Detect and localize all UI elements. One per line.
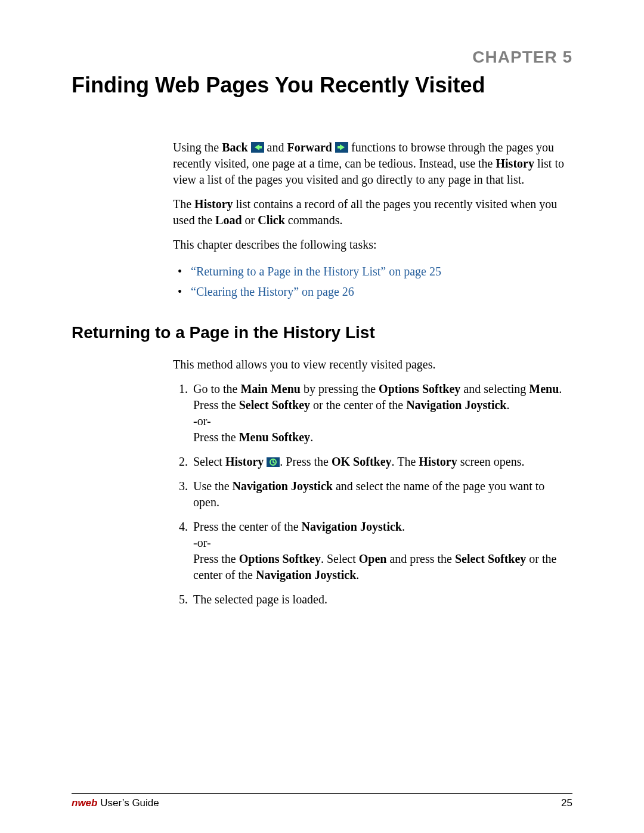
section-body: This method allows you to view recently … xyxy=(173,357,572,608)
step-3: Use the Navigation Joystick and select t… xyxy=(191,478,572,510)
list-item: “Clearing the History” on page 26 xyxy=(191,281,572,302)
steps-list: Go to the Main Menu by pressing the Opti… xyxy=(173,381,572,608)
bold: History xyxy=(419,455,457,468)
bold: Main Menu xyxy=(240,382,301,395)
footer-row: nweb User’s Guide 25 xyxy=(72,797,572,809)
bold-click: Click xyxy=(258,213,285,227)
step-1: Go to the Main Menu by pressing the Opti… xyxy=(191,381,572,445)
text: . The xyxy=(392,455,419,468)
forward-arrow-icon xyxy=(335,142,348,153)
chapter-label: CHAPTER 5 xyxy=(72,48,572,67)
text: . xyxy=(356,568,359,581)
bold-back: Back xyxy=(222,141,247,154)
text: and press the xyxy=(386,552,454,565)
bold-load: Load xyxy=(215,213,242,227)
or-text: -or- xyxy=(193,414,211,428)
step-5: The selected page is loaded. xyxy=(191,592,572,608)
intro-paragraph-3: This chapter describes the following tas… xyxy=(173,237,572,253)
text: Press the xyxy=(193,552,239,565)
footer-rule xyxy=(72,793,572,794)
text: and xyxy=(264,141,287,154)
text: Press the center of the xyxy=(193,520,302,533)
text: . Press the xyxy=(280,455,332,468)
text: Use the xyxy=(193,479,233,493)
text: . xyxy=(310,431,313,444)
history-icon xyxy=(267,457,280,467)
list-item: “Returning to a Page in the History List… xyxy=(191,261,572,281)
link-returning-to-page[interactable]: “Returning to a Page in the History List… xyxy=(191,265,441,278)
text: and selecting xyxy=(460,382,529,395)
text: screen opens. xyxy=(457,455,525,468)
bold: Options Softkey xyxy=(379,382,460,395)
bold: Select Softkey xyxy=(239,398,310,411)
text: by pressing the xyxy=(301,382,379,395)
intro-paragraph-1: Using the Back and Forward functions to … xyxy=(173,140,572,188)
bold: OK Softkey xyxy=(332,455,392,468)
bold: Menu xyxy=(529,382,559,395)
text: or the center of the xyxy=(310,398,406,411)
text: Using the xyxy=(173,141,222,154)
bold-history: History xyxy=(194,197,233,210)
footer-rest: User’s Guide xyxy=(97,797,159,809)
bold: Navigation Joystick xyxy=(302,520,402,533)
chapter-title: Finding Web Pages You Recently Visited xyxy=(72,73,572,98)
bold: History xyxy=(225,455,264,468)
text: commands. xyxy=(285,213,343,227)
task-link-list: “Returning to a Page in the History List… xyxy=(173,261,572,302)
content-area: CHAPTER 5 Finding Web Pages You Recently… xyxy=(72,48,572,616)
svg-rect-1 xyxy=(258,146,262,148)
bold-forward: Forward xyxy=(287,141,332,154)
link-clearing-history[interactable]: “Clearing the History” on page 26 xyxy=(191,285,354,298)
text: Select xyxy=(193,455,225,468)
text: . xyxy=(506,398,509,411)
svg-rect-3 xyxy=(338,146,341,148)
text: Press the xyxy=(193,431,239,444)
bold: Open xyxy=(359,552,387,565)
back-arrow-icon xyxy=(251,142,264,153)
bold: Select Softkey xyxy=(455,552,526,565)
bold-history: History xyxy=(496,157,534,170)
bold: Navigation Joystick xyxy=(233,479,333,493)
footer-title: nweb User’s Guide xyxy=(72,797,159,809)
or-text: -or- xyxy=(193,536,211,549)
bold: Menu Softkey xyxy=(239,431,310,444)
step-4: Press the center of the Navigation Joyst… xyxy=(191,519,572,583)
bold: Navigation Joystick xyxy=(406,398,506,411)
page: CHAPTER 5 Finding Web Pages You Recently… xyxy=(0,0,644,833)
intro-block: Using the Back and Forward functions to … xyxy=(173,140,572,302)
text: . Select xyxy=(321,552,359,565)
text: or xyxy=(242,213,258,227)
page-number: 25 xyxy=(561,797,572,809)
text: . xyxy=(402,520,405,533)
bold: Options Softkey xyxy=(239,552,321,565)
page-footer: nweb User’s Guide 25 xyxy=(72,793,572,809)
section-intro: This method allows you to view recently … xyxy=(173,357,572,373)
intro-paragraph-2: The History list contains a record of al… xyxy=(173,196,572,228)
text: Go to the xyxy=(193,382,240,395)
footer-brand: nweb xyxy=(72,797,97,809)
text: The xyxy=(173,197,194,210)
step-2: Select History . Press the OK Softkey. T… xyxy=(191,454,572,470)
bold: Navigation Joystick xyxy=(256,568,356,581)
section-heading: Returning to a Page in the History List xyxy=(72,323,572,342)
